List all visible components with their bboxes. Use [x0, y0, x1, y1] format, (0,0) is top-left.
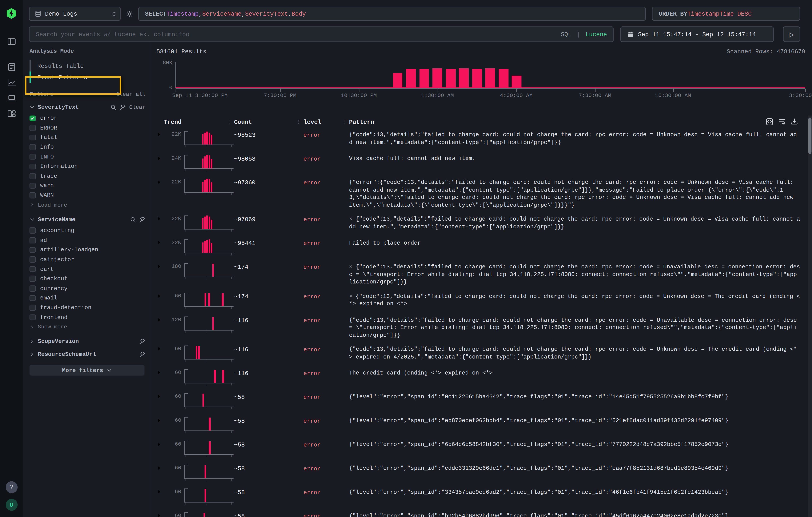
search-input[interactable]: Search your events w/ Lucene ex. column:…	[29, 27, 614, 42]
mode-lucene[interactable]: Lucene	[585, 31, 607, 37]
checkbox-icon[interactable]	[30, 173, 35, 179]
row-expand-icon[interactable]	[156, 413, 164, 423]
pattern-text[interactable]: ×{"code":13,"details":"failed to charge …	[349, 289, 805, 311]
filter-option-warn[interactable]: WARN	[30, 191, 145, 200]
checkbox-icon[interactable]	[30, 135, 35, 140]
row-expand-icon[interactable]	[156, 151, 164, 161]
filter-option-frontend[interactable]: frontend	[30, 313, 145, 322]
col-count[interactable]: Count	[234, 118, 252, 125]
search-icon[interactable]	[111, 104, 117, 111]
pattern-text[interactable]: Visa cache full: cannot add new item.	[349, 151, 805, 166]
run-query-button[interactable]: ▷	[783, 27, 800, 42]
hyperdx-logo-icon[interactable]	[5, 7, 18, 20]
checkbox-icon[interactable]	[30, 183, 35, 189]
histogram-bar[interactable]	[432, 68, 442, 88]
pattern-text[interactable]: ×{"code":13,"details":"failed to charge …	[349, 259, 805, 289]
exclude-x-icon[interactable]: ×	[349, 264, 352, 270]
facet-header-scopeversion[interactable]: ScopeVersion	[30, 339, 145, 345]
dashboards-icon[interactable]	[7, 109, 16, 118]
pin-icon[interactable]	[139, 339, 146, 345]
row-expand-icon[interactable]	[156, 366, 164, 376]
more-filters-button[interactable]: More filters	[30, 365, 145, 376]
filter-option-information[interactable]: Information	[30, 162, 145, 171]
checkbox-icon[interactable]	[30, 276, 35, 282]
col-trend[interactable]: Trend	[164, 118, 181, 125]
sessions-icon[interactable]	[7, 94, 16, 103]
checkbox-icon[interactable]	[30, 295, 35, 301]
histogram-bar[interactable]	[485, 68, 495, 88]
filter-option-fraud-detection[interactable]: fraud-detection	[30, 303, 145, 313]
histogram-bar[interactable]	[445, 68, 455, 88]
code-view-icon[interactable]	[766, 118, 773, 125]
row-expand-icon[interactable]	[156, 437, 164, 447]
download-icon[interactable]	[791, 118, 798, 125]
order-by-input[interactable]: ORDER BY TimestampTime DESC	[652, 7, 800, 21]
facet-load-more[interactable]: Load more	[30, 200, 145, 210]
filter-option-trace[interactable]: trace	[30, 171, 145, 181]
filter-option-checkout[interactable]: checkout	[30, 274, 145, 284]
column-resize-handle[interactable]: ⋮	[296, 119, 303, 124]
scrollbar-thumb[interactable]	[808, 118, 811, 154]
help-button[interactable]: ?	[5, 481, 18, 493]
pattern-text[interactable]: {"level":"error","span_id":"334357bae9ed…	[349, 485, 805, 499]
histogram-bar[interactable]	[472, 68, 482, 88]
filter-option-artillery-loadgen[interactable]: artillery-loadgen	[30, 245, 145, 255]
pattern-text[interactable]: {"level":"error","span_id":"6b64c6c58842…	[349, 437, 805, 452]
checkbox-icon[interactable]	[30, 266, 35, 272]
histogram-bar[interactable]	[512, 76, 522, 88]
source-select[interactable]: Demo Logs	[29, 7, 120, 21]
user-avatar[interactable]: U	[5, 499, 18, 511]
search-icon[interactable]	[130, 217, 136, 223]
row-expand-icon[interactable]	[156, 259, 164, 269]
select-query-input[interactable]: SELECT Timestamp, ServiceName, SeverityT…	[138, 7, 646, 21]
logs-icon[interactable]	[7, 63, 16, 71]
histogram-bar[interactable]	[406, 69, 416, 88]
filter-option-warn[interactable]: warn	[30, 181, 145, 191]
histogram-bar[interactable]	[419, 69, 429, 88]
checkbox-checked-icon[interactable]	[30, 115, 35, 121]
checkbox-icon[interactable]	[30, 247, 35, 253]
facet-header-resourceschemaurl[interactable]: ResourceSchemaUrl	[30, 351, 145, 358]
col-level[interactable]: level	[303, 118, 321, 125]
checkbox-icon[interactable]	[30, 305, 35, 311]
filter-option-currency[interactable]: currency	[30, 284, 145, 293]
column-resize-handle[interactable]: ⋮	[227, 119, 234, 124]
checkbox-icon[interactable]	[30, 286, 35, 291]
pin-icon[interactable]	[139, 351, 146, 358]
mode-sql[interactable]: SQL	[561, 31, 572, 37]
histogram-bar[interactable]	[498, 68, 508, 88]
facet-header-severitytext[interactable]: SeverityTextClear	[30, 104, 145, 111]
histogram-bar[interactable]	[459, 68, 469, 88]
facet-show-more[interactable]: Show more	[30, 322, 145, 332]
pattern-text[interactable]: {"level":"error","span_id":"cddc331329e6…	[349, 461, 805, 475]
checkbox-icon[interactable]	[30, 192, 35, 198]
pattern-text[interactable]: {"code":13,"details":"failed to charge c…	[349, 127, 805, 149]
pattern-text[interactable]: {"level":"error","span_id":"0c11220615ba…	[349, 390, 805, 404]
row-expand-icon[interactable]	[156, 485, 164, 495]
pattern-text[interactable]: {"level":"error","span_id":"eb870ecef063…	[349, 413, 805, 428]
pin-icon[interactable]	[139, 217, 146, 223]
row-expand-icon[interactable]	[156, 175, 164, 185]
clear-all-button[interactable]: Clear all	[116, 91, 145, 97]
row-expand-icon[interactable]	[156, 390, 164, 399]
checkbox-icon[interactable]	[30, 228, 35, 234]
filter-option-accounting[interactable]: accounting	[30, 226, 145, 235]
filter-option-fatal[interactable]: fatal	[30, 133, 145, 143]
checkbox-icon[interactable]	[30, 257, 35, 262]
filter-option-ad[interactable]: ad	[30, 235, 145, 245]
checkbox-icon[interactable]	[30, 237, 35, 243]
facet-header-servicename[interactable]: ServiceName	[30, 217, 145, 223]
row-expand-icon[interactable]	[156, 313, 164, 322]
results-histogram[interactable]: 80K 0 Sep 11 3:30:00 PM7:30:00 PM10:30:0…	[156, 60, 805, 97]
row-expand-icon[interactable]	[156, 509, 164, 517]
chart-explorer-icon[interactable]	[7, 78, 16, 87]
pattern-text[interactable]: {"level":"error","span_id":"b92b54b6882b…	[349, 509, 805, 517]
checkbox-icon[interactable]	[30, 125, 35, 131]
wrap-text-icon[interactable]	[778, 118, 786, 125]
pattern-text[interactable]: ×{"code":13,"details":"failed to charge …	[349, 212, 805, 234]
pattern-text[interactable]: {"code":13,"details":"failed to charge c…	[349, 342, 805, 364]
pattern-text[interactable]: {"error":{"code":13,"details":"failed to…	[349, 175, 805, 212]
date-range-picker[interactable]: Sep 11 15:47:14 - Sep 12 15:47:14	[620, 27, 774, 42]
filter-option-error[interactable]: ERROR	[30, 123, 145, 133]
checkbox-icon[interactable]	[30, 314, 35, 320]
